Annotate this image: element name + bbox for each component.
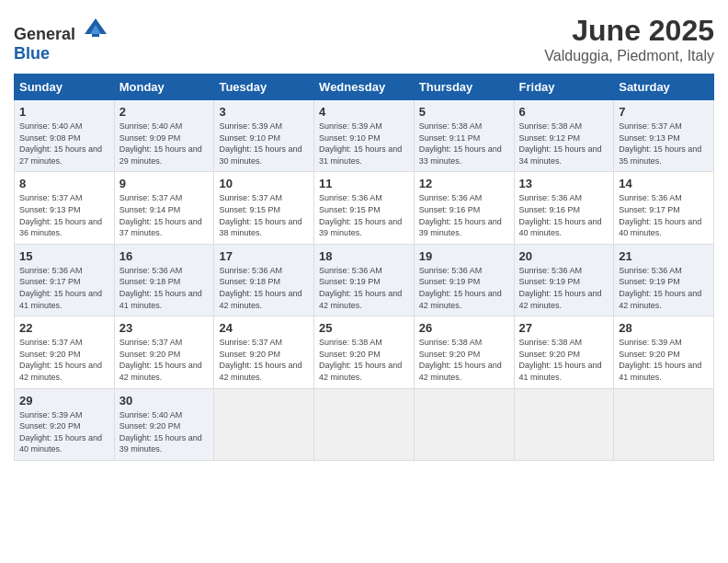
header-thursday: Thursday [414, 75, 514, 100]
day-detail: Sunrise: 5:36 AMSunset: 9:19 PMDaylight:… [319, 265, 409, 311]
table-row: 12Sunrise: 5:36 AMSunset: 9:16 PMDayligh… [414, 172, 514, 244]
day-number: 23 [119, 321, 210, 335]
table-row: 22Sunrise: 5:37 AMSunset: 9:20 PMDayligh… [15, 316, 115, 388]
day-detail: Sunrise: 5:38 AMSunset: 9:12 PMDaylight:… [519, 121, 609, 167]
day-detail: Sunrise: 5:40 AMSunset: 9:08 PMDaylight:… [19, 121, 109, 167]
calendar-title: June 2025 [544, 14, 714, 48]
day-number: 20 [519, 249, 609, 263]
table-row [514, 388, 614, 460]
calendar-header-row: Sunday Monday Tuesday Wednesday Thursday… [15, 75, 714, 100]
table-row: 30Sunrise: 5:40 AMSunset: 9:20 PMDayligh… [114, 388, 214, 460]
day-number: 25 [319, 321, 409, 335]
day-detail: Sunrise: 5:38 AMSunset: 9:20 PMDaylight:… [419, 337, 509, 383]
day-detail: Sunrise: 5:36 AMSunset: 9:18 PMDaylight:… [119, 265, 210, 311]
table-row: 14Sunrise: 5:36 AMSunset: 9:17 PMDayligh… [614, 172, 714, 244]
calendar-week-row: 15Sunrise: 5:36 AMSunset: 9:17 PMDayligh… [15, 244, 714, 316]
day-number: 11 [319, 177, 409, 190]
table-row: 20Sunrise: 5:36 AMSunset: 9:19 PMDayligh… [514, 244, 614, 316]
day-detail: Sunrise: 5:38 AMSunset: 9:20 PMDaylight:… [519, 337, 609, 383]
day-number: 10 [219, 177, 309, 190]
day-detail: Sunrise: 5:37 AMSunset: 9:14 PMDaylight:… [119, 192, 210, 238]
table-row: 18Sunrise: 5:36 AMSunset: 9:19 PMDayligh… [314, 244, 415, 316]
day-number: 3 [219, 105, 309, 119]
day-number: 14 [619, 177, 709, 190]
svg-rect-2 [92, 34, 99, 37]
table-row: 27Sunrise: 5:38 AMSunset: 9:20 PMDayligh… [514, 316, 614, 388]
header-tuesday: Tuesday [214, 75, 314, 100]
day-number: 27 [519, 321, 609, 335]
day-detail: Sunrise: 5:36 AMSunset: 9:19 PMDaylight:… [619, 265, 709, 311]
day-number: 9 [119, 177, 210, 190]
logo-blue-text: Blue [14, 44, 50, 63]
day-number: 17 [219, 249, 309, 263]
day-detail: Sunrise: 5:37 AMSunset: 9:20 PMDaylight:… [219, 337, 309, 383]
calendar-week-row: 29Sunrise: 5:39 AMSunset: 9:20 PMDayligh… [15, 388, 714, 460]
table-row: 7Sunrise: 5:37 AMSunset: 9:13 PMDaylight… [614, 100, 714, 172]
table-row: 5Sunrise: 5:38 AMSunset: 9:11 PMDaylight… [414, 100, 514, 172]
day-number: 19 [419, 249, 509, 263]
day-number: 29 [19, 394, 109, 408]
table-row: 28Sunrise: 5:39 AMSunset: 9:20 PMDayligh… [614, 316, 714, 388]
day-detail: Sunrise: 5:37 AMSunset: 9:20 PMDaylight:… [119, 337, 210, 383]
day-detail: Sunrise: 5:38 AMSunset: 9:20 PMDaylight:… [319, 337, 409, 383]
table-row: 16Sunrise: 5:36 AMSunset: 9:18 PMDayligh… [114, 244, 214, 316]
day-detail: Sunrise: 5:36 AMSunset: 9:16 PMDaylight:… [419, 192, 509, 238]
day-detail: Sunrise: 5:36 AMSunset: 9:19 PMDaylight:… [519, 265, 609, 311]
table-row: 23Sunrise: 5:37 AMSunset: 9:20 PMDayligh… [114, 316, 214, 388]
header-wednesday: Wednesday [314, 75, 415, 100]
day-number: 28 [619, 321, 709, 335]
day-detail: Sunrise: 5:39 AMSunset: 9:10 PMDaylight:… [319, 121, 409, 167]
page-header: General Blue June 2025 Valduggia, Piedmo… [14, 14, 714, 64]
day-number: 21 [619, 249, 709, 263]
day-number: 5 [419, 105, 509, 119]
day-number: 24 [219, 321, 309, 335]
table-row: 25Sunrise: 5:38 AMSunset: 9:20 PMDayligh… [314, 316, 415, 388]
table-row: 9Sunrise: 5:37 AMSunset: 9:14 PMDaylight… [114, 172, 214, 244]
day-detail: Sunrise: 5:40 AMSunset: 9:09 PMDaylight:… [119, 121, 210, 167]
header-saturday: Saturday [614, 75, 714, 100]
table-row: 29Sunrise: 5:39 AMSunset: 9:20 PMDayligh… [15, 388, 115, 460]
calendar-subtitle: Valduggia, Piedmont, Italy [544, 48, 714, 64]
table-row [314, 388, 415, 460]
table-row: 8Sunrise: 5:37 AMSunset: 9:13 PMDaylight… [15, 172, 115, 244]
day-number: 30 [119, 394, 210, 408]
day-detail: Sunrise: 5:36 AMSunset: 9:17 PMDaylight:… [19, 265, 109, 311]
table-row: 1Sunrise: 5:40 AMSunset: 9:08 PMDaylight… [15, 100, 115, 172]
calendar-week-row: 8Sunrise: 5:37 AMSunset: 9:13 PMDaylight… [15, 172, 714, 244]
day-number: 1 [19, 105, 109, 119]
day-detail: Sunrise: 5:37 AMSunset: 9:20 PMDaylight:… [19, 337, 109, 383]
day-detail: Sunrise: 5:40 AMSunset: 9:20 PMDaylight:… [119, 409, 210, 455]
header-monday: Monday [114, 75, 214, 100]
day-number: 13 [519, 177, 609, 190]
day-detail: Sunrise: 5:36 AMSunset: 9:18 PMDaylight:… [219, 265, 309, 311]
calendar-week-row: 1Sunrise: 5:40 AMSunset: 9:08 PMDaylight… [15, 100, 714, 172]
day-detail: Sunrise: 5:37 AMSunset: 9:15 PMDaylight:… [219, 192, 309, 238]
day-detail: Sunrise: 5:38 AMSunset: 9:11 PMDaylight:… [419, 121, 509, 167]
table-row: 6Sunrise: 5:38 AMSunset: 9:12 PMDaylight… [514, 100, 614, 172]
day-detail: Sunrise: 5:36 AMSunset: 9:15 PMDaylight:… [319, 192, 409, 238]
day-number: 18 [319, 249, 409, 263]
logo-general-text: General [14, 25, 75, 43]
calendar-week-row: 22Sunrise: 5:37 AMSunset: 9:20 PMDayligh… [15, 316, 714, 388]
table-row: 2Sunrise: 5:40 AMSunset: 9:09 PMDaylight… [114, 100, 214, 172]
table-row: 13Sunrise: 5:36 AMSunset: 9:16 PMDayligh… [514, 172, 614, 244]
logo: General Blue [14, 14, 108, 63]
logo-icon [83, 14, 108, 40]
table-row [214, 388, 314, 460]
header-friday: Friday [514, 75, 614, 100]
day-detail: Sunrise: 5:39 AMSunset: 9:20 PMDaylight:… [19, 409, 109, 455]
day-number: 7 [619, 105, 709, 119]
table-row: 10Sunrise: 5:37 AMSunset: 9:15 PMDayligh… [214, 172, 314, 244]
header-sunday: Sunday [15, 75, 115, 100]
calendar-table: Sunday Monday Tuesday Wednesday Thursday… [14, 74, 714, 461]
table-row [614, 388, 714, 460]
day-detail: Sunrise: 5:39 AMSunset: 9:10 PMDaylight:… [219, 121, 309, 167]
day-detail: Sunrise: 5:36 AMSunset: 9:16 PMDaylight:… [519, 192, 609, 238]
day-detail: Sunrise: 5:39 AMSunset: 9:20 PMDaylight:… [619, 337, 709, 383]
day-detail: Sunrise: 5:37 AMSunset: 9:13 PMDaylight:… [19, 192, 109, 238]
table-row: 3Sunrise: 5:39 AMSunset: 9:10 PMDaylight… [214, 100, 314, 172]
day-number: 26 [419, 321, 509, 335]
table-row [414, 388, 514, 460]
table-row: 15Sunrise: 5:36 AMSunset: 9:17 PMDayligh… [15, 244, 115, 316]
table-row: 26Sunrise: 5:38 AMSunset: 9:20 PMDayligh… [414, 316, 514, 388]
